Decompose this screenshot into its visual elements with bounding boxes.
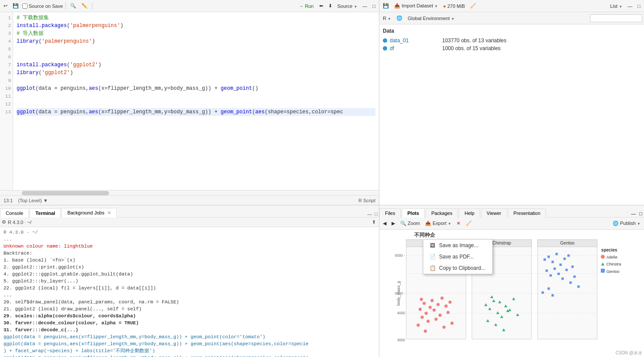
editor-hscrollbar[interactable] — [0, 190, 379, 195]
export-button[interactable]: 📤 Export ▼ — [423, 220, 453, 227]
save-button[interactable]: 💾 — [11, 2, 20, 10]
tab-background-jobs[interactable]: Background Jobs ✕ — [61, 208, 117, 218]
separator-1 — [65, 3, 66, 10]
close-background-jobs-icon[interactable]: ✕ — [107, 210, 111, 215]
maximize-env-button[interactable]: □ — [636, 3, 642, 10]
broom-plot-button[interactable]: 🧹 — [464, 220, 474, 227]
code-line-6 — [17, 53, 375, 61]
tab-terminal[interactable]: Terminal — [30, 208, 61, 218]
console-content[interactable]: R 4.3.0 · ~/ ... Unknown colour name: li… — [0, 227, 379, 357]
y-tick-6000: 6000 - — [395, 254, 405, 258]
global-env-icon[interactable]: 🌐 — [395, 14, 404, 22]
global-env-button[interactable]: Global Environment ▼ — [406, 15, 457, 22]
gentoo-point-3 — [552, 261, 554, 263]
search-button[interactable]: 🔍 — [68, 2, 78, 10]
broom-button[interactable]: 🧹 — [468, 2, 478, 10]
source-dropdown-button[interactable]: Source ▼ — [336, 3, 359, 10]
adelie-point-17 — [450, 322, 453, 325]
gentoo-point-14 — [566, 269, 568, 271]
navigate-forward-button[interactable]: ⬇ — [327, 2, 334, 10]
publish-button[interactable]: 🌐 Publish ▼ — [611, 220, 642, 227]
env-value-df: 1000 obs. of 15 variables — [442, 45, 501, 51]
adelie-point-9 — [434, 318, 437, 321]
console-trace-2: 2. ggplot2:::print.ggplot(x) — [3, 264, 375, 271]
gentoo-point-1 — [544, 258, 546, 261]
env-name-df: df — [390, 45, 442, 51]
scroll-top-button[interactable]: ⬆ — [371, 219, 377, 225]
source-on-save-label: Source on Save — [29, 3, 63, 9]
minimize-console-button[interactable]: — — [366, 211, 373, 217]
maximize-editor-button[interactable]: □ — [371, 3, 377, 10]
console-cmd-2: ggplot(data = penguins,aes(x=flipper_len… — [3, 340, 375, 347]
plot-back-button[interactable]: ◀ — [381, 220, 388, 227]
code-line-9 — [17, 77, 375, 85]
tab-files[interactable]: Files — [379, 208, 401, 218]
zoom-button[interactable]: 🔍 Zoom — [399, 220, 422, 227]
save-as-image-item[interactable]: 🖼 Save as Image... — [423, 240, 492, 251]
code-line-8: library('ggplot2') — [17, 69, 375, 77]
plot-forward-button[interactable]: ▶ — [390, 220, 397, 227]
console-dots: ... — [3, 236, 375, 243]
cursor-position: 13:1 — [3, 198, 13, 203]
maximize-console-button[interactable]: □ — [373, 211, 379, 217]
gentoo-point-6 — [563, 258, 566, 260]
separator-2 — [92, 3, 92, 10]
console-cmd-1: ggplot(data = penguins,aes(x=flipper_len… — [3, 333, 375, 340]
memory-button[interactable]: ● 270 MiB — [441, 3, 467, 10]
source-dropdown-arrow: ▼ — [354, 5, 357, 9]
tab-console[interactable]: Console — [0, 208, 29, 218]
save-pdf-icon: 📄 — [429, 254, 436, 260]
env-item-data01[interactable]: data_01 103770 obs. of 13 variables — [383, 37, 641, 44]
code-area[interactable]: # 下载数据集 install.packages('palmerpenguins… — [13, 12, 379, 190]
code-line-13: ggplot(data = penguins,aes(x=flipper_len… — [17, 108, 375, 116]
code-line-7: install.packages('ggplot2') — [17, 61, 375, 69]
gentoo-point-18 — [542, 291, 544, 293]
console-tabs: Console Terminal Background Jobs ✕ — □ — [0, 205, 379, 218]
adelie-point-20 — [424, 330, 427, 333]
copy-to-clipboard-label: Copy to Clipboard... — [439, 265, 485, 271]
tab-packages[interactable]: Packages — [426, 208, 458, 218]
save-as-pdf-item[interactable]: 📄 Save as PDF... — [423, 251, 492, 262]
editor-hscroll-thumb[interactable] — [22, 191, 109, 195]
adelie-point-7 — [430, 299, 433, 302]
env-dot-data01 — [383, 38, 387, 43]
delete-plot-button[interactable]: ✕ — [455, 220, 462, 227]
tab-plots[interactable]: Plots — [402, 208, 425, 218]
navigate-back-button[interactable]: ⬅ — [317, 2, 325, 10]
env-top-toolbar: 💾 📥 Import Dataset ▼ ● 270 MiB 🧹 List ▼ … — [379, 0, 644, 12]
legend-chinstrap-icon — [601, 262, 604, 265]
gentoo-point-7 — [567, 255, 569, 257]
r-lang-button[interactable]: R ▼ — [381, 15, 393, 22]
adelie-point-15 — [446, 311, 450, 314]
adelie-point-5 — [426, 320, 429, 323]
tab-help[interactable]: Help — [459, 208, 480, 218]
env-selector-toolbar: R ▼ 🌐 Global Environment ▼ — [379, 12, 644, 24]
tab-viewer[interactable]: Viewer — [481, 208, 507, 218]
code-tools-button[interactable]: ✏️ — [80, 2, 89, 10]
level-dropdown[interactable]: ▼ — [43, 198, 48, 203]
editor-statusbar: 13:1 (Top Level) ▼ R Script — [0, 195, 379, 205]
adelie-point-11 — [439, 314, 442, 317]
env-item-df[interactable]: df 1000 obs. of 15 variables — [383, 44, 641, 52]
save-env-button[interactable]: 💾 — [381, 2, 391, 10]
source-on-save-checkbox[interactable] — [22, 3, 27, 9]
env-name-data01: data_01 — [390, 37, 442, 44]
undo-button[interactable]: ↩ — [2, 2, 9, 10]
minimize-env-button[interactable]: — — [626, 3, 634, 10]
adelie-point-1 — [419, 308, 422, 311]
maximize-plots-button[interactable]: □ — [637, 210, 644, 217]
plot-toolbar: ◀ ▶ 🔍 Zoom 📤 Export ▼ ✕ 🧹 🌐 Publish ▼ — [379, 218, 644, 230]
import-dataset-button[interactable]: 📥 Import Dataset ▼ — [392, 2, 440, 10]
run-button[interactable]: → Run — [297, 3, 315, 10]
console-trace-30: 30. farver::decode_colour(colour, alpha … — [3, 320, 375, 326]
watermark: CSDN @水水 — [616, 350, 642, 356]
minimize-editor-button[interactable]: — — [361, 3, 369, 10]
tab-presentation[interactable]: Presentation — [508, 208, 546, 218]
list-view-button[interactable]: List ▼ — [608, 3, 624, 10]
save-as-pdf-label: Save as PDF... — [439, 254, 474, 260]
copy-to-clipboard-item[interactable]: 📋 Copy to Clipboard... — [423, 262, 492, 274]
main-container: ↩ 💾 Source on Save 🔍 ✏️ → Run ⬅ ⬇ Source… — [0, 0, 644, 357]
env-search-input[interactable] — [590, 14, 642, 22]
adelie-point-3 — [423, 302, 426, 305]
minimize-plots-button[interactable]: — — [629, 210, 637, 217]
